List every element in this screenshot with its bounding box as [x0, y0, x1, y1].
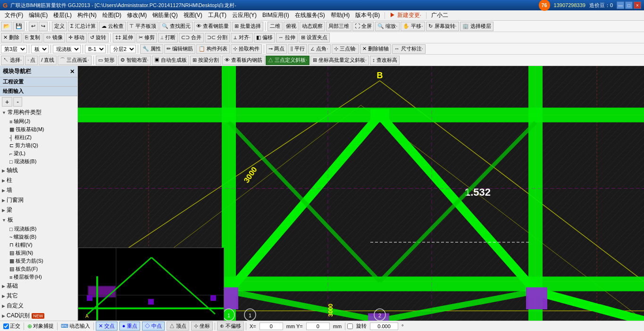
tb-split-button[interactable]: ⊃⊂ 分割 — [205, 33, 230, 42]
snap-coord-btn[interactable]: ⊹ 坐标 — [191, 322, 213, 331]
sidebar-item-shear-wall[interactable]: ⊏剪力墙(Q) — [0, 141, 77, 149]
snap-vertex-btn[interactable]: △ 顶点 — [167, 322, 189, 331]
tb-define-slope-button[interactable]: △ 三点定义斜板· — [266, 56, 309, 65]
maximize-button[interactable]: □ — [625, 1, 633, 9]
sidebar-group-custom-header[interactable]: ▶ 自定义 — [0, 301, 77, 311]
tb-dim-button[interactable]: ↔ 尺寸标注· — [392, 44, 426, 54]
code-select[interactable]: B-1 — [85, 45, 106, 53]
tb-offset-button[interactable]: ◧ 偏移 — [254, 33, 275, 42]
tb-auto-gen-board-button[interactable]: ▣ 自动生成板 — [152, 56, 189, 65]
tb-batch-select-button[interactable]: ⊞ 批量选择 — [232, 22, 263, 31]
tb-select-mode-button[interactable]: ↖ 选择· — [1, 56, 24, 65]
status-x-input[interactable] — [259, 323, 283, 330]
tb-arc-draw-button[interactable]: ⌒ 三点画弧· — [58, 56, 91, 65]
sidebar-item-slab-neg[interactable]: ▤板负筋(F) — [0, 265, 77, 273]
tb-line-draw-button[interactable]: / 直线 — [39, 56, 57, 65]
sidebar-item-col-cap[interactable]: ⊓柱帽(V) — [0, 241, 77, 249]
tb-rotate-button[interactable]: ↻ 屏幕旋转· — [426, 22, 459, 31]
tb-pan-button[interactable]: ✋ 平移· — [401, 22, 425, 31]
tb-split-by-beam-button[interactable]: ⊞ 按梁分割 — [190, 56, 221, 65]
sidebar-group-slab[interactable]: ▼ 板 □现浇板(B) ~螺旋板(B) ⊓柱帽(V) ▤板洞(N) ▦板受力筋(… — [0, 215, 77, 281]
snap-midpoint-btn[interactable]: ◇ 中点 — [142, 322, 165, 331]
menu-rebar[interactable]: 钢筋量(Q) — [150, 10, 180, 20]
close-button[interactable]: × — [634, 1, 641, 9]
sidebar-group-door-header[interactable]: ▶ 门窗洞 — [0, 195, 77, 205]
menu-online[interactable]: 在线服务(S) — [292, 10, 328, 20]
sidebar-group-other-header[interactable]: ▶ 其它 — [0, 291, 77, 301]
menu-floor[interactable]: 楼层(L) — [50, 10, 75, 20]
sidebar-item-cast-slab[interactable]: □现浇板(B) — [0, 225, 77, 233]
window-controls[interactable]: — □ × — [617, 1, 641, 9]
subtype-select[interactable]: 现浇板 — [53, 45, 81, 53]
snap-no-offset-btn[interactable]: ⊕ 不偏移 — [217, 322, 244, 331]
canvas-area[interactable]: B 3000 1.532 690 .690 tE 1 1 2 A 3000 — [78, 66, 644, 321]
tb-align-button[interactable]: ⊥ 对齐· — [231, 33, 253, 42]
tb-view-board-rebar-button[interactable]: 👁 查看板内钢筋 — [222, 56, 265, 65]
tb-redo-button[interactable]: ↪ — [39, 22, 48, 31]
sidebar-item-floor-belt[interactable]: ≡楼层板带(H) — [0, 273, 77, 281]
sidebar-item-beam[interactable]: ⌐梁(L) — [0, 149, 77, 157]
floor-select[interactable]: 第3层 — [1, 45, 27, 53]
tb-move-button[interactable]: ✛ 移动 — [66, 33, 87, 42]
sidebar-group-col-header[interactable]: ▶ 柱 — [0, 175, 77, 185]
sidebar-group-beam-header[interactable]: ▶ 梁 — [0, 205, 77, 215]
sidebar-item-slab-hole[interactable]: ▤板洞(N) — [0, 249, 77, 257]
sidebar-group-other[interactable]: ▶ 其它 — [0, 291, 77, 301]
tb-open-button[interactable]: 📂 — [1, 22, 12, 31]
sidebar-remove-button[interactable]: - — [13, 97, 22, 107]
layer-select[interactable]: 分层2 — [110, 45, 136, 53]
type-select[interactable]: 板 — [31, 45, 49, 53]
tb-delete-button[interactable]: ✕ 删除 — [1, 33, 22, 42]
tb-copy-button[interactable]: ⎘ 复制 — [23, 33, 42, 42]
menu-new-change[interactable]: ▶ 新建变更· — [387, 10, 424, 20]
rotate-checkbox[interactable] — [347, 323, 353, 329]
sidebar-section-draw[interactable]: 绘图输入 — [0, 87, 77, 96]
status-y-input[interactable] — [306, 323, 330, 330]
tb-undo-button[interactable]: ↩ — [29, 22, 38, 31]
menu-file[interactable]: 文件(F) — [2, 10, 26, 20]
tb-smart-place-button[interactable]: ⚙ 智能布置· — [118, 56, 151, 65]
orthogonal-checkbox[interactable] — [3, 323, 9, 329]
tb-calc-button[interactable]: Σ 汇总计算 — [68, 22, 98, 31]
menu-help[interactable]: 帮助(H) — [328, 10, 353, 20]
tb-two-point-button[interactable]: ⊸ 两点 — [266, 44, 287, 54]
sidebar-item-slab[interactable]: □现浇板(B) — [0, 157, 77, 166]
tb-del-axis-button[interactable]: ✕ 删除辅轴 — [360, 44, 391, 54]
snap-intersection-btn[interactable]: ✕ 交点 — [96, 322, 117, 331]
sidebar-group-cad[interactable]: ▶ CAD识别 NEW — [0, 311, 77, 321]
tb-local-3d-button[interactable]: 局部三维 — [326, 22, 351, 31]
menu-view[interactable]: 视图(V) — [181, 10, 205, 20]
sidebar-item-raft[interactable]: ▦筏板基础(M) — [0, 125, 77, 133]
sidebar-group-wall-header[interactable]: ▶ 墙 — [0, 185, 77, 195]
sidebar-item-column[interactable]: ┤框柱(Z) — [0, 133, 77, 141]
sidebar-item-slab-tension[interactable]: ▦板受力筋(S) — [0, 257, 77, 265]
tb-three-point-axis-button[interactable]: ⊹ 三点轴· — [332, 44, 359, 54]
tb-zoom-button[interactable]: 🔍 缩放· — [375, 22, 400, 31]
tb-component-list-button[interactable]: 📋 构件列表 — [196, 44, 230, 54]
tb-save-button[interactable]: 💾 — [13, 22, 25, 31]
tb-2d-button[interactable]: 二维 — [268, 22, 283, 31]
tb-view-rebar-button[interactable]: 👁 查看钢筋量 — [194, 22, 231, 31]
tb-define-button[interactable]: 定义 — [52, 22, 67, 31]
tb-parallel-button[interactable]: ∥ 平行 — [288, 44, 307, 54]
tb-extend-button[interactable]: ‡‡ 延伸 — [113, 33, 135, 42]
sidebar-group-axis-header[interactable]: ▶ 轴线 — [0, 166, 77, 175]
sidebar-group-axis[interactable]: ▶ 轴线 — [0, 166, 77, 175]
tb-point-angle-button[interactable]: ∠ 点角· — [308, 44, 330, 54]
tb-mirror-button[interactable]: ⇔ 镜像 — [43, 33, 65, 42]
menu-bim[interactable]: BIM应用(I) — [259, 10, 292, 20]
menu-draw[interactable]: 绘图(D) — [100, 10, 125, 20]
tb-merge-button[interactable]: ⊂⊃ 合并 — [179, 33, 204, 42]
menu-cloud[interactable]: 云应用(Y) — [229, 10, 259, 20]
sidebar-group-col[interactable]: ▶ 柱 — [0, 175, 77, 185]
tb-point-draw-button[interactable]: · 点 — [25, 56, 38, 65]
tb-break-button[interactable]: ⟂ 打断 — [158, 33, 178, 42]
minimize-button[interactable]: — — [617, 1, 624, 9]
tb-pick-component-button[interactable]: ⊹ 拾取构件 — [231, 44, 262, 54]
tb-dynamic-obs-button[interactable]: 动态观察 — [300, 22, 325, 31]
status-rotate-input[interactable] — [370, 323, 398, 330]
tb-find-button[interactable]: 🔍 查找图元 — [159, 22, 193, 31]
tb-rotate-mod-button[interactable]: ↺ 旋转 — [88, 33, 109, 42]
tb-edit-rebar-button[interactable]: ✏ 编辑钢筋 — [164, 44, 195, 54]
tb-trim-button[interactable]: ✂ 修剪 — [136, 33, 157, 42]
